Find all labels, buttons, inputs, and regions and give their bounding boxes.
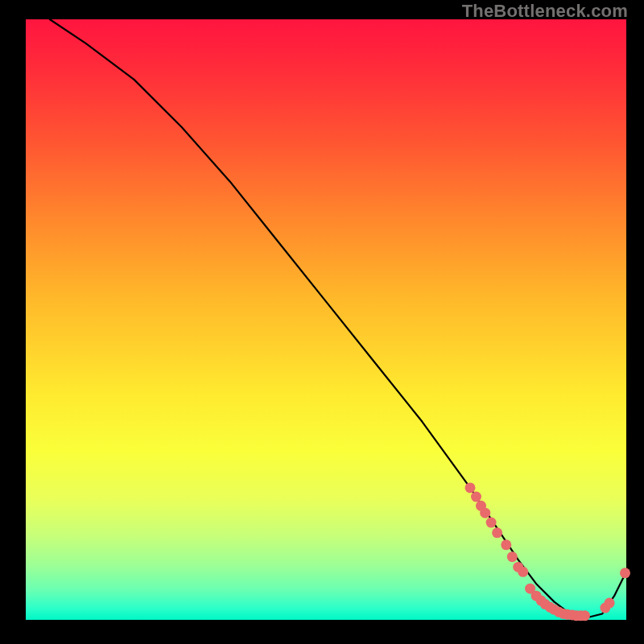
bottleneck-curve [50,19,626,617]
hotspot-marker [507,551,518,562]
hotspot-marker [518,567,528,577]
watermark-label: TheBottleneck.com [462,2,628,21]
hotspot-marker [501,539,511,550]
chart-stage: TheBottleneck.com [0,0,644,644]
chart-svg [26,19,626,620]
hotspot-marker [480,508,490,518]
hotspot-markers [465,482,631,621]
hotspot-marker [471,492,481,502]
hotspot-marker [605,598,615,609]
hotspot-marker [465,482,476,493]
plot-area [26,19,626,620]
hotspot-marker [492,527,502,538]
hotspot-marker [486,518,497,528]
hotspot-marker [580,610,590,621]
hotspot-marker [620,568,630,578]
